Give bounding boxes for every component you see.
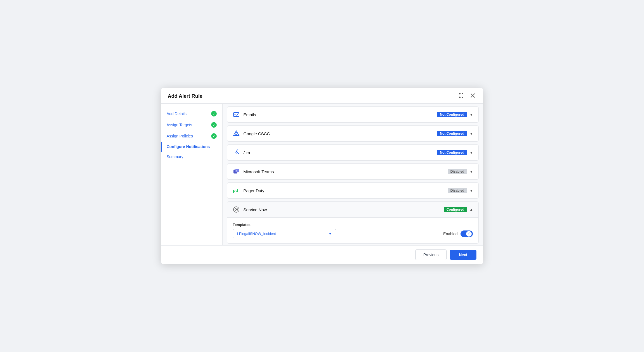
svg-point-12 — [236, 209, 237, 210]
notification-google-cscc-header[interactable]: Google CSCC Not Configured ▼ — [227, 126, 478, 141]
microsoft-teams-name: Microsoft Teams — [244, 169, 274, 174]
sidebar-item-label: Configure Notifications — [167, 144, 210, 149]
notification-microsoft-teams: T Microsoft Teams Disabled ▼ — [227, 163, 479, 180]
jira-name: Jira — [244, 150, 250, 155]
modal-title: Add Alert Rule — [168, 93, 202, 99]
microsoft-teams-chevron: ▼ — [469, 169, 473, 174]
jira-icon — [232, 149, 240, 156]
enabled-label: Enabled — [443, 232, 457, 236]
next-button[interactable]: Next — [450, 250, 476, 260]
sidebar-item-assign-policies[interactable]: Assign Policies ✓ — [161, 130, 222, 142]
notification-microsoft-teams-header[interactable]: T Microsoft Teams Disabled ▼ — [227, 164, 478, 179]
toggle-check-icon: ✓ — [468, 232, 470, 236]
svg-rect-2 — [233, 113, 239, 116]
templates-row: LPingaliSNOW_Incident ▼ Enabled ✓ — [233, 229, 473, 238]
service-now-name: Service Now — [244, 207, 267, 212]
microsoft-teams-badge[interactable]: Disabled — [448, 169, 467, 174]
service-now-badge[interactable]: Configured — [444, 207, 467, 212]
pager-duty-badge[interactable]: Disabled — [448, 188, 467, 193]
modal-body: Add Details ✓ Assign Targets ✓ Assign Po… — [161, 104, 483, 245]
templates-label: Templates — [233, 223, 473, 227]
svg-text:T: T — [236, 170, 237, 172]
svg-rect-5 — [236, 149, 239, 154]
content-area: Emails Not Configured ▼ — [223, 104, 483, 245]
sidebar-item-label: Assign Targets — [167, 123, 192, 127]
emails-badge[interactable]: Not Configured — [437, 112, 467, 117]
notification-jira-header[interactable]: Jira Not Configured ▼ — [227, 145, 478, 160]
google-cscc-icon — [232, 130, 240, 137]
sidebar-item-label: Add Details — [167, 111, 187, 116]
fullscreen-button[interactable] — [457, 92, 465, 100]
notification-service-now: Service Now Configured ▲ Templates LPing… — [227, 201, 479, 244]
modal-footer: Previous Next — [161, 245, 483, 264]
sidebar-item-assign-targets[interactable]: Assign Targets ✓ — [161, 119, 222, 130]
service-now-body: Templates LPingaliSNOW_Incident ▼ Enable… — [227, 218, 478, 243]
pager-duty-name: Pager Duty — [244, 188, 264, 193]
google-cscc-badge[interactable]: Not Configured — [437, 131, 467, 136]
notification-google-cscc: Google CSCC Not Configured ▼ — [227, 125, 479, 142]
template-value: LPingaliSNOW_Incident — [237, 232, 276, 236]
enabled-row: Enabled ✓ — [443, 230, 473, 237]
close-button[interactable] — [469, 92, 476, 100]
sidebar-item-label: Summary — [167, 154, 183, 159]
sidebar-item-add-details[interactable]: Add Details ✓ — [161, 108, 222, 119]
notification-emails: Emails Not Configured ▼ — [227, 106, 479, 123]
pager-duty-icon: pd — [232, 187, 240, 194]
sidebar-item-label: Assign Policies — [167, 134, 193, 138]
service-now-icon — [232, 206, 240, 213]
sidebar: Add Details ✓ Assign Targets ✓ Assign Po… — [161, 104, 223, 245]
emails-icon — [232, 111, 240, 118]
check-icon-assign-targets: ✓ — [211, 122, 217, 128]
google-cscc-name: Google CSCC — [244, 131, 270, 136]
modal-header-icons — [457, 92, 476, 100]
notification-pager-duty: pd Pager Duty Disabled ▼ — [227, 182, 479, 199]
service-now-chevron: ▲ — [469, 207, 473, 212]
toggle-knob: ✓ — [466, 231, 472, 237]
add-alert-rule-modal: Add Alert Rule Add Details ✓ — [161, 88, 483, 264]
notification-emails-header[interactable]: Emails Not Configured ▼ — [227, 107, 478, 122]
notification-jira: Jira Not Configured ▼ — [227, 144, 479, 161]
pager-duty-chevron: ▼ — [469, 188, 473, 193]
check-icon-assign-policies: ✓ — [211, 133, 217, 139]
template-chevron-icon: ▼ — [328, 232, 332, 236]
notification-service-now-header[interactable]: Service Now Configured ▲ — [227, 202, 478, 218]
sidebar-item-configure-notifications[interactable]: Configure Notifications — [161, 142, 222, 152]
svg-point-4 — [235, 132, 237, 135]
previous-button[interactable]: Previous — [415, 249, 447, 260]
modal-header: Add Alert Rule — [161, 88, 483, 104]
notification-pager-duty-header[interactable]: pd Pager Duty Disabled ▼ — [227, 183, 478, 198]
emails-chevron: ▼ — [469, 112, 473, 117]
check-icon-add-details: ✓ — [211, 111, 217, 116]
emails-name: Emails — [244, 112, 256, 117]
microsoft-teams-icon: T — [232, 168, 240, 175]
enabled-toggle[interactable]: ✓ — [461, 230, 473, 237]
template-select[interactable]: LPingaliSNOW_Incident ▼ — [233, 229, 336, 238]
sidebar-item-summary[interactable]: Summary — [161, 152, 222, 162]
google-cscc-chevron: ▼ — [469, 131, 473, 136]
svg-text:pd: pd — [233, 188, 238, 193]
jira-badge[interactable]: Not Configured — [437, 150, 467, 155]
jira-chevron: ▼ — [469, 150, 473, 155]
